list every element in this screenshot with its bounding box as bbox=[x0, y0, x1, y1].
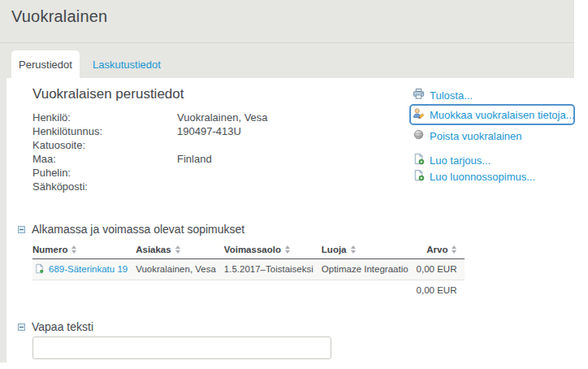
tab-perustiedot-label: Perustiedot bbox=[19, 59, 72, 71]
table-total-row: 0,00 EUR bbox=[32, 280, 465, 298]
contracts-section-header: Alkamassa ja voimassa olevat sopimukset bbox=[18, 223, 244, 236]
action-print[interactable]: Tulosta... bbox=[413, 88, 577, 102]
action-edit-tenant[interactable]: Muokkaa vuokralaisen tietoja... bbox=[413, 107, 572, 122]
column-header-luoja: Luoja bbox=[322, 242, 417, 258]
contracts-table: Numero Asiakas Voimassaolo Luoja Arvo bbox=[32, 242, 465, 298]
action-create-offer-label: Luo tarjous... bbox=[430, 154, 491, 167]
field-row-maa: Maa: Finland bbox=[32, 152, 268, 166]
field-label: Henkilötunnus: bbox=[32, 124, 177, 138]
document-add-icon bbox=[413, 153, 425, 167]
column-header-voimassaolo: Voimassaolo bbox=[224, 242, 322, 258]
action-edit-tenant-label: Muokkaa vuokralaisen tietoja... bbox=[430, 109, 574, 121]
action-create-draft-contract[interactable]: Luo luonnossopimus... bbox=[413, 169, 577, 184]
app-window: Vuokralainen Perustiedot Laskutustiedot … bbox=[0, 0, 588, 369]
contract-number-cell: 689-Säterinkatu 19 bbox=[32, 258, 136, 280]
column-header-label: Asiakas bbox=[136, 245, 171, 254]
contract-asiakas-cell: Vuokralainen, Vesa bbox=[136, 258, 224, 280]
field-row-sahkoposti: Sähköposti: bbox=[32, 180, 268, 193]
delete-icon bbox=[413, 128, 425, 143]
field-label: Sähköposti: bbox=[32, 180, 177, 193]
collapse-minus-icon[interactable] bbox=[18, 226, 25, 233]
collapse-minus-icon[interactable] bbox=[18, 323, 25, 331]
free-text-section-header: Vapaa teksti bbox=[18, 320, 93, 333]
field-label: Maa: bbox=[32, 152, 177, 166]
sort-arrows-icon[interactable] bbox=[452, 245, 456, 254]
field-label: Henkilö: bbox=[32, 111, 177, 124]
contracts-section-title: Alkamassa ja voimassa olevat sopimukset bbox=[32, 223, 244, 236]
contract-voimassaolo-cell: 1.5.2017–Toistaiseksi bbox=[224, 258, 322, 280]
contract-number-text: 689-Säterinkatu 19 bbox=[49, 264, 128, 274]
action-create-draft-label: Luo luonnossopimus... bbox=[430, 171, 535, 183]
free-text-input[interactable] bbox=[32, 336, 331, 359]
column-header-asiakas: Asiakas bbox=[136, 242, 224, 258]
action-create-offer[interactable]: Luo tarjous... bbox=[413, 153, 577, 167]
field-row-henkilo: Henkilö: Vuokralainen, Vesa bbox=[32, 111, 268, 124]
contract-arvo-cell: 0,00 EUR bbox=[417, 258, 465, 280]
contract-luoja-cell: Optimaze Integraatio bbox=[322, 258, 417, 280]
tab-perustiedot[interactable]: Perustiedot bbox=[11, 50, 80, 78]
total-value: 0,00 EUR bbox=[417, 280, 465, 298]
contract-number-link[interactable]: 689-Säterinkatu 19 bbox=[34, 263, 128, 276]
sort-arrows-icon[interactable] bbox=[351, 245, 356, 254]
document-icon bbox=[34, 263, 45, 276]
field-value: Finland bbox=[177, 152, 212, 166]
document-add-icon bbox=[413, 169, 425, 184]
printer-icon bbox=[413, 88, 425, 102]
sort-arrows-icon[interactable] bbox=[175, 245, 180, 254]
column-header-label: Numero bbox=[32, 245, 67, 254]
details-heading: Vuokralaisen perustiedot bbox=[32, 86, 184, 102]
field-row-katuosoite: Katuosoite: bbox=[32, 138, 268, 152]
table-header-row: Numero Asiakas Voimassaolo Luoja Arvo bbox=[32, 242, 465, 258]
actions-list: Tulosta... Muokkaa vuokralaisen tietoja.… bbox=[413, 88, 577, 184]
field-row-puhelin: Puhelin: bbox=[32, 166, 268, 180]
contract-row: 689-Säterinkatu 19 Vuokralainen, Vesa 1.… bbox=[32, 258, 465, 280]
free-text-section-title: Vapaa teksti bbox=[32, 320, 93, 333]
column-header-label: Luoja bbox=[322, 245, 347, 254]
page-title: Vuokralainen bbox=[11, 7, 107, 26]
field-value: 190497-413U bbox=[177, 124, 241, 138]
action-delete-tenant[interactable]: Poista vuokralainen bbox=[413, 128, 577, 143]
tab-laskutustiedot-label: Laskutustiedot bbox=[93, 59, 161, 71]
field-label: Katuosoite: bbox=[32, 138, 177, 152]
header-divider bbox=[0, 42, 574, 43]
sort-arrows-icon[interactable] bbox=[71, 245, 76, 254]
field-row-henkilotunnus: Henkilötunnus: 190497-413U bbox=[32, 124, 268, 138]
action-delete-tenant-label: Poista vuokralainen bbox=[430, 130, 521, 142]
user-edit-icon bbox=[413, 107, 425, 122]
column-header-arvo: Arvo bbox=[417, 242, 465, 258]
content-panel: Vuokralaisen perustiedot Henkilö: Vuokra… bbox=[6, 78, 574, 369]
field-label: Puhelin: bbox=[32, 166, 177, 180]
action-print-label: Tulosta... bbox=[430, 89, 473, 102]
tenant-fields: Henkilö: Vuokralainen, Vesa Henkilötunnu… bbox=[32, 111, 268, 193]
field-value: Vuokralainen, Vesa bbox=[177, 111, 268, 124]
column-header-numero: Numero bbox=[32, 242, 136, 258]
sort-arrows-icon[interactable] bbox=[285, 245, 290, 254]
column-header-label: Voimassaolo bbox=[224, 245, 281, 254]
column-header-label: Arvo bbox=[426, 245, 447, 254]
tab-laskutustiedot[interactable]: Laskutustiedot bbox=[84, 50, 169, 78]
